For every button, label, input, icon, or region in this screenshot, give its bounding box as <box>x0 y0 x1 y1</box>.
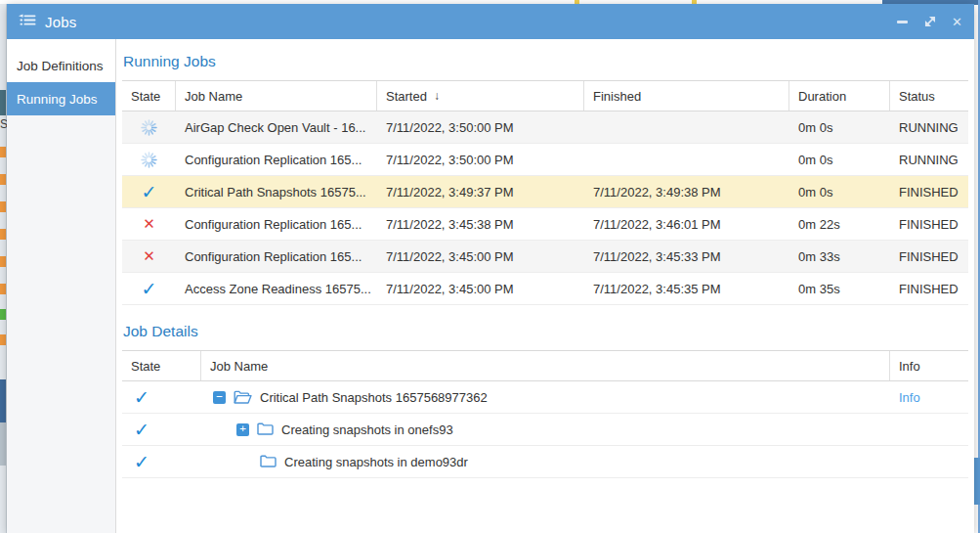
column-header-state[interactable]: State <box>122 81 176 111</box>
running-jobs-row-1[interactable]: Configuration Replication 165... 7/11/20… <box>122 144 968 176</box>
error-x-icon: ✕ <box>143 217 155 232</box>
job-state-icon: ✓ <box>122 388 201 407</box>
success-check-icon: ✓ <box>142 280 157 298</box>
job-details-title: Job Details <box>122 305 974 350</box>
job-name: Configuration Replication 165... <box>176 249 377 264</box>
job-status: RUNNING <box>890 153 968 167</box>
running-jobs-row-4[interactable]: ✕ Configuration Replication 165... 7/11/… <box>122 241 968 273</box>
job-started: 7/11/2022, 3:50:00 PM <box>377 120 584 135</box>
job-status: FINISHED <box>890 282 968 296</box>
running-spinner-icon <box>141 119 157 136</box>
folder-closed-icon <box>257 422 274 436</box>
job-status: FINISHED <box>890 249 968 264</box>
column-header-started[interactable]: Started ↓ <box>377 81 584 111</box>
window-titlebar[interactable]: Jobs ✕ <box>7 4 974 39</box>
column-header-finished[interactable]: Finished <box>584 81 789 111</box>
job-finished: 7/11/2022, 3:49:38 PM <box>584 185 789 200</box>
collapse-icon[interactable]: − <box>213 391 226 404</box>
job-started: 7/11/2022, 3:49:37 PM <box>377 185 584 200</box>
sidebar-item-running-jobs[interactable]: Running Jobs <box>7 82 115 115</box>
job-state-icon: ✓ <box>122 421 201 439</box>
sort-desc-icon: ↓ <box>434 89 440 103</box>
column-header-info[interactable]: Info <box>890 351 968 380</box>
column-header-started-label: Started <box>386 89 427 104</box>
background-item <box>0 422 6 466</box>
job-state-icon <box>122 152 176 168</box>
main-content: Running Jobs State Job Name Started ↓ Fi… <box>116 39 974 533</box>
job-state-icon: ✓ <box>122 183 176 201</box>
sidebar: Job Definitions Running Jobs <box>7 39 116 533</box>
tree-node-label: Critical Path Snapshots 1657568977362 <box>260 390 488 405</box>
background-status-dot <box>0 256 6 267</box>
success-check-icon: ✓ <box>134 388 149 407</box>
job-name: Access Zone Readiness 16575... <box>176 282 377 296</box>
job-details-table: State Job Name Info ✓ − Critical Path Sn… <box>122 350 968 478</box>
job-duration: 0m 22s <box>789 217 890 232</box>
column-header-job-name[interactable]: Job Name <box>176 81 377 111</box>
tree-node: + Creating snapshots in onefs93 <box>201 422 890 437</box>
job-duration: 0m 0s <box>789 153 890 167</box>
column-header-job-name[interactable]: Job Name <box>201 351 890 380</box>
background-status-dot <box>0 309 6 320</box>
job-started: 7/11/2022, 3:45:00 PM <box>377 249 584 264</box>
running-jobs-row-5[interactable]: ✓ Access Zone Readiness 16575... 7/11/20… <box>122 273 968 305</box>
job-duration: 0m 35s <box>789 282 890 296</box>
job-state-icon <box>122 119 176 136</box>
window-title: Jobs <box>45 14 77 30</box>
job-details-row-1[interactable]: ✓ + Creating snapshots in onefs93 <box>122 414 968 446</box>
minimize-icon[interactable] <box>895 15 910 29</box>
background-status-dot <box>0 229 6 240</box>
job-state-icon: ✕ <box>122 249 176 264</box>
success-check-icon: ✓ <box>134 421 149 439</box>
folder-open-icon <box>234 390 252 405</box>
job-started: 7/11/2022, 3:50:00 PM <box>377 153 584 167</box>
job-name: Configuration Replication 165... <box>176 153 377 167</box>
error-x-icon: ✕ <box>143 249 155 264</box>
background-text-fragment: S <box>0 117 6 131</box>
running-jobs-row-3[interactable]: ✕ Configuration Replication 165... 7/11/… <box>122 208 968 241</box>
running-jobs-table: State Job Name Started ↓ Finished Durati… <box>122 80 968 305</box>
running-jobs-title: Running Jobs <box>122 39 974 80</box>
job-status: FINISHED <box>890 217 968 232</box>
close-icon[interactable]: ✕ <box>950 15 964 29</box>
tree-node: Creating snapshots in demo93dr <box>201 455 890 469</box>
job-name: Critical Path Snapshots 16575... <box>176 185 377 200</box>
success-check-icon: ✓ <box>134 453 149 471</box>
success-check-icon: ✓ <box>142 183 157 201</box>
tree-node: − Critical Path Snapshots 1657568977362 <box>201 390 890 405</box>
job-details-row-0[interactable]: ✓ − Critical Path Snapshots 165756897736… <box>122 381 968 414</box>
sidebar-spacer <box>7 39 115 49</box>
column-header-duration[interactable]: Duration <box>789 81 890 111</box>
background-status-dot <box>0 174 6 185</box>
job-started: 7/11/2022, 3:45:00 PM <box>377 282 584 296</box>
background-left-edge: S <box>0 4 7 533</box>
job-status: FINISHED <box>890 185 968 200</box>
job-finished: 7/11/2022, 3:45:33 PM <box>584 249 789 264</box>
job-duration: 0m 0s <box>789 185 890 200</box>
column-header-state[interactable]: State <box>122 351 201 380</box>
running-jobs-row-0[interactable]: AirGap Check Open Vault - 16... 7/11/202… <box>122 111 968 144</box>
maximize-icon[interactable] <box>922 15 937 29</box>
job-started: 7/11/2022, 3:45:38 PM <box>377 217 584 232</box>
running-jobs-header: State Job Name Started ↓ Finished Durati… <box>122 81 968 111</box>
job-duration: 0m 0s <box>789 120 890 135</box>
background-status-dot <box>0 147 6 157</box>
expand-icon[interactable]: + <box>236 423 249 436</box>
running-spinner-icon <box>141 152 157 168</box>
job-status: RUNNING <box>890 120 968 135</box>
tree-node-label: Creating snapshots in onefs93 <box>281 422 453 437</box>
sidebar-item-job-definitions[interactable]: Job Definitions <box>7 49 115 82</box>
info-link[interactable]: Info <box>890 390 968 405</box>
folder-closed-icon <box>260 455 277 468</box>
jobs-list-icon <box>19 14 36 29</box>
column-header-status[interactable]: Status <box>890 81 968 111</box>
background-item <box>0 379 6 422</box>
running-jobs-row-2[interactable]: ✓ Critical Path Snapshots 16575... 7/11/… <box>122 176 968 208</box>
jobs-window: Jobs ✕ Job Definitions <box>7 4 974 533</box>
job-details-row-2[interactable]: ✓ Creating snapshots in demo93dr <box>122 446 968 478</box>
job-state-icon: ✓ <box>122 453 201 471</box>
background-status-dot <box>0 284 6 294</box>
job-name: AirGap Check Open Vault - 16... <box>176 120 377 135</box>
background-item <box>0 90 6 115</box>
background-status-dot <box>0 201 6 212</box>
